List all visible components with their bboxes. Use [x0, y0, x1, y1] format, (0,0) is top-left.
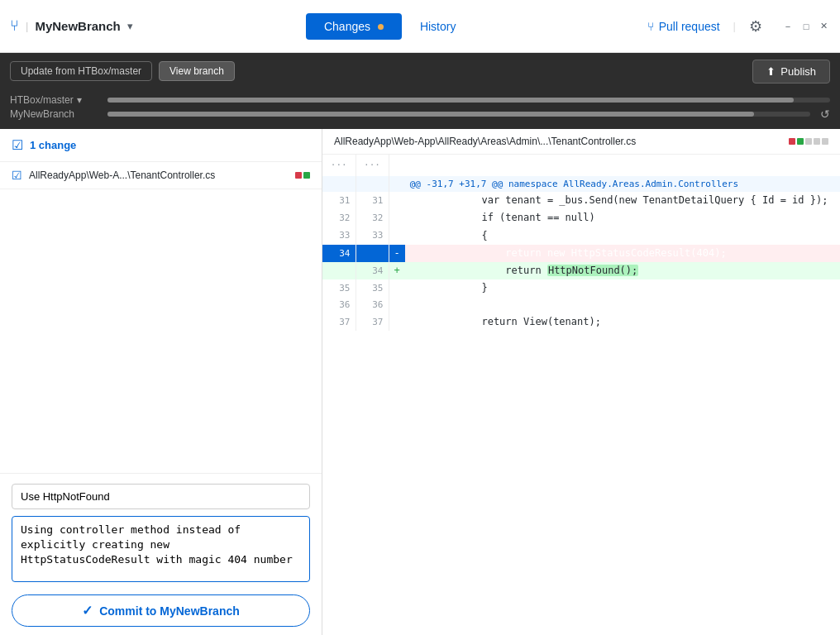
line-num: ···: [356, 155, 389, 176]
tab-history[interactable]: History: [402, 13, 475, 40]
maximize-button[interactable]: □: [800, 21, 812, 32]
file-checkbox[interactable]: ☑: [12, 169, 22, 182]
commit-check-icon: ✓: [82, 603, 93, 618]
close-button[interactable]: ✕: [819, 21, 830, 32]
diff-header-remove-badge: [789, 138, 795, 145]
left-panel: ☑ 1 change ☑ AllReadyApp\Web-A...\Tenant…: [0, 129, 322, 635]
changes-count: 1 change: [30, 139, 76, 151]
diff-line-36: 36 36: [322, 297, 840, 313]
hunk-header-row: @@ -31,7 +31,7 @@ namespace AllReady.Are…: [322, 176, 840, 193]
base-branch-bar: [107, 98, 794, 103]
head-branch-label: MyNewBranch: [10, 108, 101, 120]
diff-remove-badge: [295, 172, 302, 179]
diff-line-34-added: 34 + return HttpNotFound();: [322, 262, 840, 279]
hunk-header-content: @@ -31,7 +31,7 @@ namespace AllReady.Are…: [405, 176, 840, 193]
commit-title-input[interactable]: Use HttpNotFound: [12, 484, 310, 509]
commit-description-input[interactable]: [12, 516, 310, 582]
title-bar-right: ⑂ Pull request | ⚙ − □ ✕: [647, 17, 830, 36]
minimize-button[interactable]: −: [782, 21, 794, 32]
base-branch-label[interactable]: HTBox/master ▾: [10, 94, 101, 106]
diff-table: ··· ··· @@ -31,7 +31,7 @@ namespace AllR…: [322, 155, 840, 331]
commit-button[interactable]: ✓ Commit to MyNewBranch: [12, 594, 310, 627]
update-from-master-button[interactable]: Update from HTBox/master: [10, 61, 152, 81]
ellipsis-content: [405, 155, 840, 176]
head-branch-bar: [107, 112, 754, 117]
ellipsis-row: ··· ···: [322, 155, 840, 176]
branch-chevron-icon[interactable]: ▾: [127, 20, 133, 32]
head-branch-bar-container: [107, 112, 810, 117]
select-all-checkbox[interactable]: ☑: [12, 137, 23, 153]
base-branch-row: HTBox/master ▾: [10, 94, 830, 106]
changes-header: ☑ 1 change: [0, 129, 322, 162]
head-branch-row: MyNewBranch ↺: [10, 107, 830, 121]
base-branch-chevron-icon: ▾: [77, 94, 82, 106]
sync-icon: ↺: [820, 107, 830, 121]
diff-neutral-badge3: [822, 138, 828, 145]
branch-compare: HTBox/master ▾ MyNewBranch ↺: [0, 89, 840, 129]
file-item[interactable]: ☑ AllReadyApp\Web-A...\TenantController.…: [0, 162, 322, 189]
right-panel: AllReadyApp\Web-App\AllReady\Areas\Admin…: [322, 129, 840, 635]
bottom-panel: Use HttpNotFound ✓ Commit to MyNewBranch: [0, 473, 322, 635]
branch-icon: ⑂: [10, 17, 19, 35]
file-list: ☑ AllReadyApp\Web-A...\TenantController.…: [0, 162, 322, 473]
diff-line-31: 31 31 var tenant = _bus.Send(new TenantD…: [322, 192, 840, 209]
line-num: ···: [322, 155, 356, 176]
diff-header-badges: [789, 138, 828, 145]
pull-request-button[interactable]: ⑂ Pull request: [647, 20, 720, 33]
tab-changes[interactable]: Changes: [306, 13, 402, 40]
diff-badges: [295, 172, 310, 179]
diff-line-32: 32 32 if (tenant == null): [322, 209, 840, 227]
diff-neutral-badge2: [814, 138, 820, 145]
base-branch-bar-container: [107, 98, 830, 103]
main-content: ☑ 1 change ☑ AllReadyApp\Web-A...\Tenant…: [0, 129, 840, 635]
title-bar-left: ⑂ | MyNewBranch ▾: [10, 17, 133, 35]
highlight-text: HttpNotFound();: [547, 265, 638, 276]
diff-header: AllReadyApp\Web-App\AllReady\Areas\Admin…: [322, 129, 840, 155]
toolbar-left: Update from HTBox/master View branch: [10, 61, 235, 81]
window-controls: − □ ✕: [782, 21, 830, 32]
toolbar: Update from HTBox/master View branch ⬆ P…: [0, 53, 840, 89]
settings-icon[interactable]: ⚙: [749, 17, 762, 36]
branch-name: MyNewBranch: [35, 19, 120, 33]
tab-group: Changes History: [306, 13, 475, 40]
publish-icon: ⬆: [766, 65, 776, 78]
diff-neutral-badge: [805, 138, 812, 145]
diff-header-add-badge: [797, 138, 804, 145]
diff-line-37: 37 37 return View(tenant);: [322, 313, 840, 331]
diff-add-badge: [303, 172, 310, 179]
diff-path: AllReadyApp\Web-App\AllReady\Areas\Admin…: [334, 136, 636, 147]
file-name: AllReadyApp\Web-A...\TenantController.cs: [29, 169, 289, 181]
title-bar: ⑂ | MyNewBranch ▾ Changes History ⑂ Pull…: [0, 0, 840, 53]
tab-dot: [378, 24, 384, 30]
pull-request-icon: ⑂: [647, 20, 654, 33]
diff-line-35: 35 35 }: [322, 279, 840, 297]
separator: |: [26, 20, 28, 32]
view-branch-button[interactable]: View branch: [159, 61, 235, 81]
diff-line-34-removed: 34 - return new HttpStatusCodeResult(404…: [322, 245, 840, 262]
diff-line-33: 33 33 {: [322, 227, 840, 245]
publish-button[interactable]: ⬆ Publish: [752, 60, 830, 84]
